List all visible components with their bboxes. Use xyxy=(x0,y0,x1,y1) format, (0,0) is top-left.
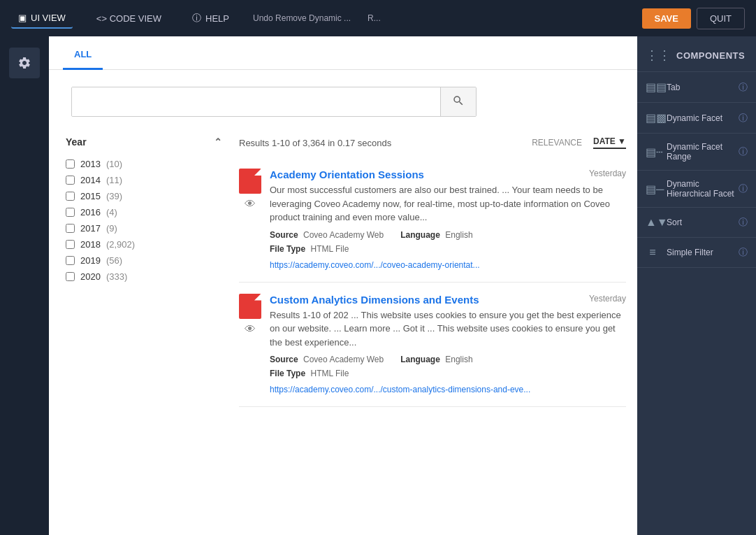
result-date: Yesterday xyxy=(589,294,626,304)
facet-year-value: 2019 xyxy=(80,255,101,266)
component-icon: ▤─ xyxy=(646,183,660,196)
facet-year-checkbox[interactable] xyxy=(66,192,75,201)
result-title[interactable]: Custom Analytics Dimensions and Events xyxy=(270,294,479,306)
component-help-icon[interactable]: ⓘ xyxy=(739,112,748,124)
component-item[interactable]: ▤▩ Dynamic Facet ⓘ xyxy=(637,103,756,134)
component-label: Sort xyxy=(667,217,682,227)
facet-year-value: 2013 xyxy=(80,159,101,169)
file-icon xyxy=(239,169,261,194)
component-item[interactable]: ≡ Simple Filter ⓘ xyxy=(637,238,756,268)
tab-all[interactable]: ALL xyxy=(63,41,103,70)
component-help-icon[interactable]: ⓘ xyxy=(739,183,748,195)
facet-year-checkbox[interactable] xyxy=(66,176,75,185)
component-label: Dynamic Hierarchical Facet xyxy=(667,179,739,199)
facet-year-item[interactable]: 2016 (4) xyxy=(66,204,222,220)
component-label: Dynamic Facet xyxy=(667,113,722,123)
save-button[interactable]: SAVE xyxy=(642,8,691,29)
help-icon: ⓘ xyxy=(192,12,201,24)
facet-year-count: (9) xyxy=(106,223,117,234)
search-bar xyxy=(71,87,477,117)
component-help-icon[interactable]: ⓘ xyxy=(739,246,748,259)
component-left: ▲▼ Sort xyxy=(646,216,682,229)
sort-date[interactable]: DATE ▼ xyxy=(593,136,626,149)
component-help-icon[interactable]: ⓘ xyxy=(739,216,748,229)
result-source: Source Coveo Academy Web xyxy=(270,230,384,240)
search-icon xyxy=(452,94,465,107)
facet-year-count: (39) xyxy=(106,191,122,201)
component-left: ▤─ Dynamic Hierarchical Facet xyxy=(646,179,739,199)
facet-year-item[interactable]: 2017 (9) xyxy=(66,220,222,236)
result-excerpt: Results 1-10 of 202 ... This website use… xyxy=(270,308,626,350)
facet-year-item[interactable]: 2014 (11) xyxy=(66,172,222,188)
components-list: ▤▤ Tab ⓘ ▤▩ Dynamic Facet ⓘ ▤┄ Dynamic F… xyxy=(637,72,756,268)
result-url[interactable]: https://academy.coveo.com/.../coveo-acad… xyxy=(270,260,480,270)
settings-button[interactable] xyxy=(9,48,40,78)
result-url[interactable]: https://academy.coveo.com/.../custom-ana… xyxy=(270,385,530,394)
component-left: ▤▤ Tab xyxy=(646,80,680,94)
components-header: ⋮⋮ COMPONENTS xyxy=(637,36,756,72)
result-meta-2: File Type HTML File xyxy=(270,369,626,378)
component-help-icon[interactable]: ⓘ xyxy=(739,145,748,158)
facet-year-item[interactable]: 2019 (56) xyxy=(66,252,222,269)
results-list: 👁 Academy Orientation Sessions Yesterday… xyxy=(239,157,626,407)
search-input[interactable] xyxy=(72,87,440,116)
result-title-row: Academy Orientation Sessions Yesterday xyxy=(270,169,626,183)
ui-view-icon: ▣ xyxy=(18,13,27,23)
result-filetype: File Type HTML File xyxy=(270,244,349,254)
undo-button[interactable]: Undo Remove Dynamic ... xyxy=(253,13,351,23)
ui-view-button[interactable]: ▣ UI VIEW xyxy=(11,8,73,29)
result-source: Source Coveo Academy Web xyxy=(270,355,384,364)
component-icon: ▤▤ xyxy=(646,80,660,94)
right-panel: ⋮⋮ COMPONENTS ▤▤ Tab ⓘ ▤▩ Dynamic Facet … xyxy=(637,36,756,535)
facet-year-count: (333) xyxy=(106,271,127,282)
component-icon: ▤▩ xyxy=(646,111,660,124)
facet-collapse-toggle[interactable]: ⌃ xyxy=(214,136,222,148)
preview-icon[interactable]: 👁 xyxy=(245,198,256,211)
component-icon: ≡ xyxy=(646,246,660,259)
redo-button[interactable]: R... xyxy=(368,13,381,23)
results-header: Results 1-10 of 3,364 in 0.17 seconds RE… xyxy=(239,131,626,157)
facet-year-checkbox[interactable] xyxy=(66,256,75,265)
help-button[interactable]: ⓘ HELP xyxy=(185,8,236,29)
file-icon xyxy=(239,294,261,319)
facet-year-item[interactable]: 2018 (2,902) xyxy=(66,236,222,252)
component-item[interactable]: ▲▼ Sort ⓘ xyxy=(637,208,756,238)
result-title[interactable]: Academy Orientation Sessions xyxy=(270,169,424,180)
result-title-row: Custom Analytics Dimensions and Events Y… xyxy=(270,294,626,308)
component-item[interactable]: ▤┄ Dynamic Facet Range ⓘ xyxy=(637,134,756,171)
facet-year-count: (4) xyxy=(106,207,117,217)
quit-button[interactable]: QUIT xyxy=(697,8,745,29)
topbar: ▣ UI VIEW <> CODE VIEW ⓘ HELP Undo Remov… xyxy=(0,0,756,36)
code-view-button[interactable]: <> CODE VIEW xyxy=(89,9,168,28)
facet-year-checkbox[interactable] xyxy=(66,159,75,169)
component-icon: ▤┄ xyxy=(646,145,660,159)
facet-year-value: 2018 xyxy=(80,239,101,250)
component-icon: ▲▼ xyxy=(646,216,660,229)
result-excerpt: Our most successful customers are also o… xyxy=(270,183,626,224)
facet-year-checkbox[interactable] xyxy=(66,224,75,233)
facet-year-checkbox[interactable] xyxy=(66,272,75,281)
component-left: ▤┄ Dynamic Facet Range xyxy=(646,142,739,162)
facet-year-item[interactable]: 2013 (10) xyxy=(66,156,222,172)
facet-year-item[interactable]: 2015 (39) xyxy=(66,188,222,204)
gear-icon xyxy=(17,56,31,70)
center-content: ALL Year ⌃ xyxy=(49,36,637,535)
facet-year-checkbox[interactable] xyxy=(66,208,75,217)
component-help-icon[interactable]: ⓘ xyxy=(739,81,748,94)
preview-icon[interactable]: 👁 xyxy=(245,323,256,336)
facet-panel: Year ⌃ 2013 (10) 2014 (11) 2015 (39) 201… xyxy=(60,125,228,535)
result-content: Custom Analytics Dimensions and Events Y… xyxy=(270,294,626,396)
facet-year-item[interactable]: 2020 (333) xyxy=(66,269,222,285)
result-icon-col: 👁 xyxy=(239,169,261,271)
facet-year-list: 2013 (10) 2014 (11) 2015 (39) 2016 (4) 2… xyxy=(60,153,228,287)
component-item[interactable]: ▤─ Dynamic Hierarchical Facet ⓘ xyxy=(637,171,756,208)
component-item[interactable]: ▤▤ Tab ⓘ xyxy=(637,72,756,103)
search-button[interactable] xyxy=(440,87,476,116)
facet-year-value: 2014 xyxy=(80,175,101,185)
sort-relevance[interactable]: RELEVANCE xyxy=(532,138,582,148)
facet-year-value: 2017 xyxy=(80,223,101,234)
topbar-left: ▣ UI VIEW <> CODE VIEW ⓘ HELP Undo Remov… xyxy=(11,8,631,29)
left-sidebar xyxy=(0,36,49,535)
facet-year-checkbox[interactable] xyxy=(66,240,75,249)
component-label: Simple Filter xyxy=(667,248,713,257)
